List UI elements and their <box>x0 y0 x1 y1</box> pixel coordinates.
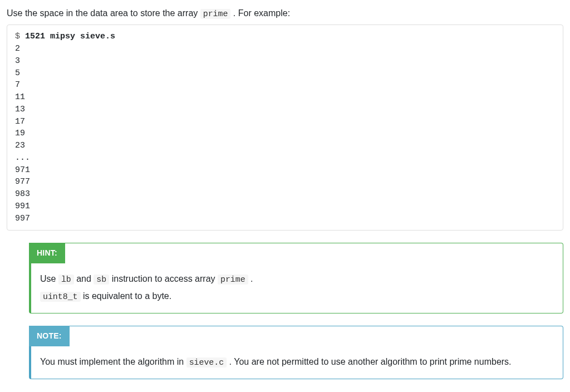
terminal-line: 13 <box>15 105 25 114</box>
note-text: . You are not permitted to use another a… <box>229 357 512 366</box>
terminal-line: 23 <box>15 141 25 150</box>
hint-line-1: Use lb and sb instruction to access arra… <box>40 272 554 286</box>
terminal-line: 2 <box>15 44 20 53</box>
hint-code-uint8: uint8_t <box>40 292 81 302</box>
terminal-line: 17 <box>15 117 25 126</box>
terminal-line: 3 <box>15 56 20 66</box>
note-text: You must implement the algorithm in <box>40 357 186 366</box>
terminal-block: $ 1521 mipsy sieve.s 2 3 5 7 11 13 17 19… <box>7 24 563 231</box>
hint-text: and <box>76 274 94 283</box>
hint-code-lb: lb <box>58 275 74 285</box>
hint-text: . <box>250 274 253 283</box>
hint-text: is equivalent to a byte. <box>83 291 171 301</box>
hint-label: HINT: <box>29 243 65 263</box>
terminal-line: 991 <box>15 202 30 211</box>
terminal-command: 1521 mipsy sieve.s <box>25 32 115 41</box>
hint-line-2: uint8_t is equivalent to a byte. <box>40 290 554 303</box>
terminal-line: 11 <box>15 92 25 102</box>
hint-text: instruction to access array <box>112 274 218 283</box>
terminal-line: 5 <box>15 68 20 78</box>
intro-text-after: . For example: <box>233 8 290 18</box>
note-label: NOTE: <box>29 326 70 346</box>
note-code-sievec: sieve.c <box>186 357 227 367</box>
note-line-1: You must implement the algorithm in siev… <box>40 355 554 369</box>
terminal-line: 7 <box>15 80 20 90</box>
hint-code-prime: prime <box>218 275 248 285</box>
terminal-line: 971 <box>15 165 30 175</box>
terminal-line: ... <box>15 153 30 163</box>
hint-callout: HINT: Use lb and sb instruction to acces… <box>29 243 563 313</box>
terminal-line: 977 <box>15 177 30 187</box>
terminal-line: 19 <box>15 129 25 138</box>
intro-code-prime: prime <box>200 9 231 19</box>
intro-paragraph: Use the space in the data area to store … <box>7 7 563 20</box>
note-callout: NOTE: You must implement the algorithm i… <box>29 326 563 379</box>
terminal-prompt: $ <box>15 32 20 41</box>
hint-code-sb: sb <box>94 275 109 285</box>
hint-text: Use <box>40 274 58 283</box>
intro-text-before: Use the space in the data area to store … <box>7 8 200 18</box>
terminal-line: 997 <box>15 214 30 223</box>
terminal-line: 983 <box>15 189 30 199</box>
